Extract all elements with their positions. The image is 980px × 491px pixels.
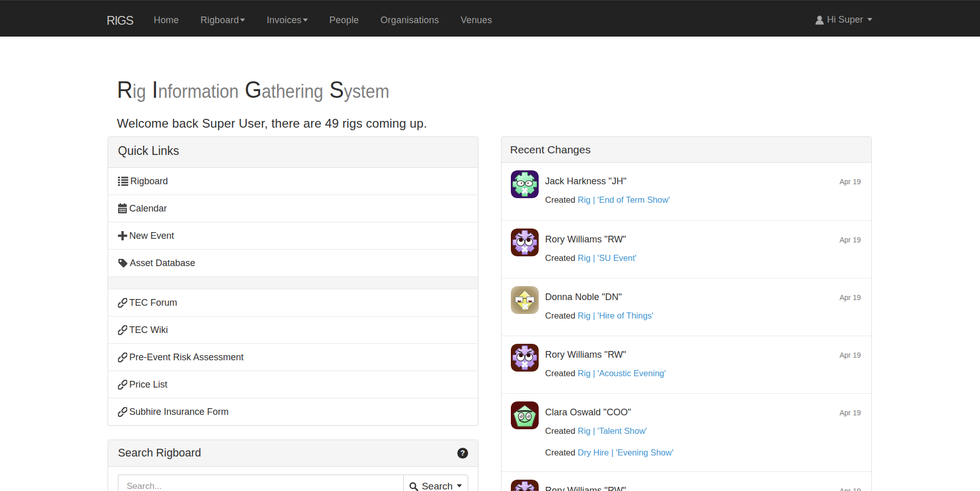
svg-text:?: ? [460,449,465,457]
